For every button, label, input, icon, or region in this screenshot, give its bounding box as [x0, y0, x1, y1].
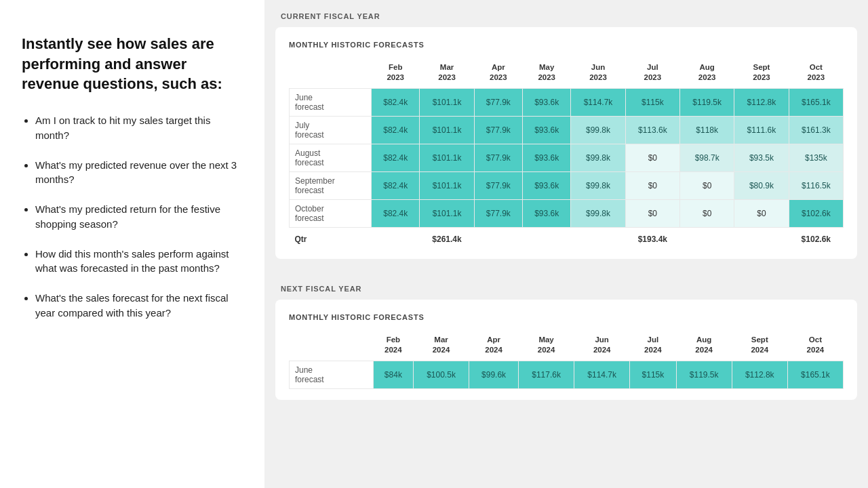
table-row: Juneforecast $82.4k $101.1k $77.9k $93.6…	[290, 88, 844, 116]
bullet-2: What's my predicted revenue over the nex…	[35, 158, 243, 188]
row-label: Octoberforecast	[290, 199, 372, 227]
heading: Instantly see how sales are performing a…	[22, 34, 243, 94]
cell: $101.1k	[420, 116, 474, 144]
row-label: Julyforecast	[290, 116, 372, 144]
row-label: Juneforecast	[290, 88, 372, 116]
cell: $114.7k	[571, 88, 625, 116]
bullet-1: Am I on track to hit my sales target thi…	[35, 113, 243, 143]
cell: $80.9k	[734, 171, 789, 199]
qtr-cell	[679, 227, 734, 248]
row-label: Septemberforecast	[290, 171, 372, 199]
cell: $101.1k	[420, 171, 474, 199]
col-header-7: Aug2024	[676, 332, 732, 361]
cell: $82.4k	[372, 199, 420, 227]
col-header-0	[290, 332, 374, 361]
cell: $99.8k	[571, 144, 625, 171]
cell: $116.5k	[789, 171, 843, 199]
table-row: Julyforecast $82.4k $101.1k $77.9k $93.6…	[290, 116, 844, 144]
qtr-cell	[474, 227, 522, 248]
cell: $117.6k	[519, 361, 574, 388]
table-row: Octoberforecast $82.4k $101.1k $77.9k $9…	[290, 199, 844, 227]
cell: $77.9k	[474, 88, 522, 116]
current-fiscal-label: CURRENT FISCAL YEAR	[264, 0, 868, 27]
col-header-2: Mar2023	[420, 60, 474, 88]
cell: $114.7k	[574, 361, 630, 388]
cell: $93.6k	[523, 171, 571, 199]
cell: $119.5k	[676, 361, 732, 388]
qtr-label: Qtr	[290, 227, 372, 248]
cell: $0	[679, 171, 734, 199]
col-header-6: Jul2024	[630, 332, 676, 361]
col-header-1: Feb2023	[372, 60, 420, 88]
col-header-8: Sept2023	[734, 60, 789, 88]
qtr-cell	[734, 227, 789, 248]
cell: $0	[625, 199, 679, 227]
cell: $84k	[373, 361, 413, 388]
qtr-cell	[523, 227, 571, 248]
cell: $99.8k	[571, 116, 625, 144]
cell: $93.6k	[523, 116, 571, 144]
qtr-row: Qtr $261.4k $193.4k $102.6k	[290, 227, 844, 248]
cell: $101.1k	[420, 88, 474, 116]
row-label: Augustforecast	[290, 144, 372, 171]
right-panel: CURRENT FISCAL YEAR MONTHLY HISTORIC FOR…	[264, 0, 868, 488]
current-card-title: MONTHLY HISTORIC FORECASTS	[289, 41, 844, 49]
table-row: Septemberforecast $82.4k $101.1k $77.9k …	[290, 171, 844, 199]
qtr-cell: $193.4k	[625, 227, 679, 248]
cell: $161.3k	[789, 116, 843, 144]
cell: $82.4k	[372, 116, 420, 144]
table-row: Juneforecast $84k $100.5k $99.6k $117.6k…	[290, 361, 844, 388]
col-header-4: May2024	[519, 332, 574, 361]
cell: $82.4k	[372, 88, 420, 116]
cell: $82.4k	[372, 171, 420, 199]
next-fiscal-label: NEXT FISCAL YEAR	[264, 272, 868, 300]
row-label: Juneforecast	[290, 361, 374, 388]
bullet-3: What's my predicted return for the festi…	[35, 202, 243, 232]
cell: $0	[734, 199, 789, 227]
col-header-5: Jun2023	[571, 60, 625, 88]
cell: $98.7k	[679, 144, 734, 171]
cell: $112.8k	[732, 361, 787, 388]
cell: $77.9k	[474, 171, 522, 199]
bullet-list: Am I on track to hit my sales target thi…	[22, 113, 243, 321]
left-panel: Instantly see how sales are performing a…	[0, 0, 264, 488]
cell: $135k	[789, 144, 843, 171]
col-header-3: Apr2024	[469, 332, 519, 361]
col-header-9: Oct2023	[789, 60, 843, 88]
cell: $82.4k	[372, 144, 420, 171]
col-header-7: Aug2023	[679, 60, 734, 88]
cell: $113.6k	[625, 116, 679, 144]
col-header-6: Jul2023	[625, 60, 679, 88]
cell: $99.8k	[571, 171, 625, 199]
col-header-4: May2023	[523, 60, 571, 88]
cell: $99.8k	[571, 199, 625, 227]
col-header-5: Jun2024	[574, 332, 630, 361]
cell: $119.5k	[679, 88, 734, 116]
next-fiscal-card: MONTHLY HISTORIC FORECASTS Feb2024 Mar20…	[275, 300, 857, 400]
col-header-9: Oct2024	[787, 332, 843, 361]
table-header-row: Feb2024 Mar2024 Apr2024 May2024 Jun2024 …	[290, 332, 844, 361]
cell: $102.6k	[789, 199, 843, 227]
cell: $77.9k	[474, 116, 522, 144]
cell: $101.1k	[420, 144, 474, 171]
cell: $93.6k	[523, 144, 571, 171]
qtr-cell: $261.4k	[420, 227, 474, 248]
col-header-0	[290, 60, 372, 88]
cell: $118k	[679, 116, 734, 144]
bullet-5: What's the sales forecast for the next f…	[35, 291, 243, 321]
current-fiscal-table: Feb2023 Mar2023 Apr2023 May2023 Jun2023 …	[289, 60, 844, 248]
cell: $0	[625, 171, 679, 199]
cell: $100.5k	[413, 361, 469, 388]
cell: $112.8k	[734, 88, 789, 116]
current-fiscal-card: MONTHLY HISTORIC FORECASTS Feb2023 Mar20…	[275, 27, 857, 259]
cell: $0	[679, 199, 734, 227]
cell: $115k	[625, 88, 679, 116]
cell: $93.6k	[523, 88, 571, 116]
col-header-2: Mar2024	[413, 332, 469, 361]
cell: $165.1k	[789, 88, 843, 116]
cell: $0	[625, 144, 679, 171]
cell: $165.1k	[787, 361, 843, 388]
cell: $101.1k	[420, 199, 474, 227]
next-card-title: MONTHLY HISTORIC FORECASTS	[289, 313, 844, 321]
cell: $93.6k	[523, 199, 571, 227]
